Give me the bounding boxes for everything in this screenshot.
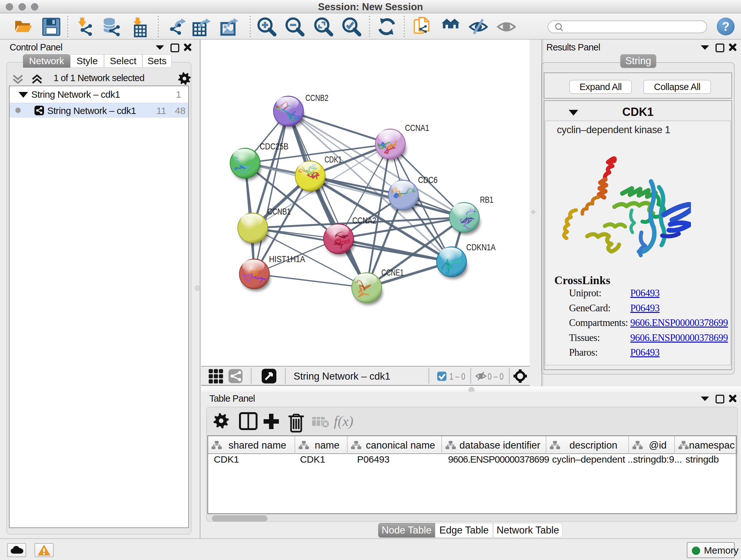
svg-text:CCNA2: CCNA2 — [352, 215, 376, 226]
svg-text:CCNB1: CCNB1 — [267, 206, 291, 216]
svg-text:CCNE1: CCNE1 — [381, 267, 404, 277]
svg-text:CDKN1A: CDKN1A — [466, 242, 496, 252]
svg-text:RB1: RB1 — [480, 195, 493, 205]
svg-text:CCNA1: CCNA1 — [405, 123, 429, 133]
svg-text:CDC6: CDC6 — [418, 175, 437, 185]
svg-text:f(x): f(x) — [334, 414, 353, 429]
svg-text:HIST1H1A: HIST1H1A — [269, 254, 306, 264]
svg-text:String Network – cdk1: String Network – cdk1 — [293, 371, 390, 382]
svg-text:CDK1: CDK1 — [325, 154, 342, 165]
svg-text:CCNB2: CCNB2 — [306, 93, 328, 103]
svg-text:CDC25B: CDC25B — [260, 141, 288, 151]
svg-text:0 – 0: 0 – 0 — [488, 371, 503, 381]
svg-text:1 – 0: 1 – 0 — [449, 371, 465, 381]
